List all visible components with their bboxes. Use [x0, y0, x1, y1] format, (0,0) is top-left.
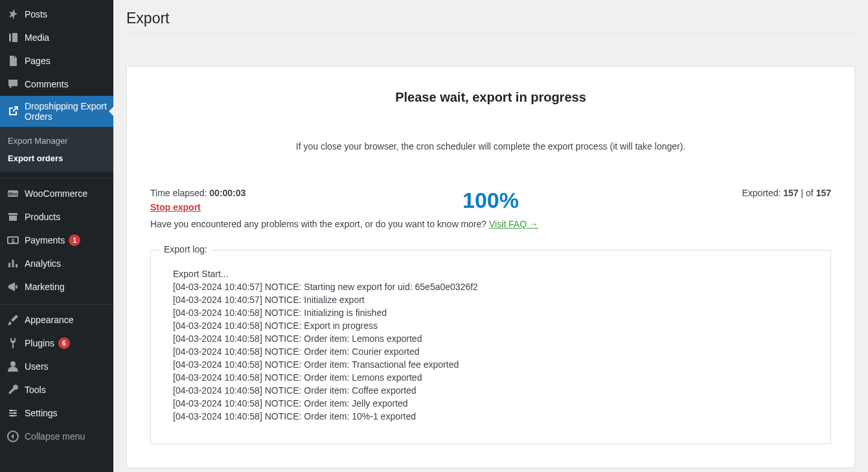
woo-icon: [6, 187, 19, 200]
sidebar-item-label: Posts: [25, 9, 47, 19]
sidebar-item-label: Plugins: [25, 338, 54, 348]
sidebar-item-payments[interactable]: Payments1: [0, 229, 113, 252]
wrench-icon: [6, 383, 19, 396]
exported-count: Exported: 157 | of 157: [491, 188, 832, 198]
external-icon: [6, 105, 19, 118]
sidebar-item-analytics[interactable]: Analytics: [0, 252, 113, 275]
pin-icon: [6, 8, 19, 21]
main-content: Export Please wait, export in progress I…: [113, 0, 868, 472]
log-line: [04-03-2024 10:40:58] NOTICE: Order item…: [173, 410, 808, 423]
export-log-box[interactable]: Export Start...[04-03-2024 10:40:57] NOT…: [163, 262, 819, 432]
collapse-icon: [6, 430, 19, 443]
time-elapsed-value: 00:00:03: [209, 188, 246, 198]
log-line: [04-03-2024 10:40:58] NOTICE: Order item…: [173, 332, 808, 345]
sidebar-item-marketing[interactable]: Marketing: [0, 275, 113, 298]
exported-label: Exported:: [742, 188, 783, 198]
sidebar-submenu: Export ManagerExport orders: [0, 127, 113, 172]
payments-icon: [6, 234, 19, 247]
sidebar-item-label: Dropshipping Export Orders: [25, 101, 108, 122]
export-log-legend: Export log:: [160, 244, 211, 254]
log-line: [04-03-2024 10:40:57] NOTICE: Starting n…: [173, 280, 808, 293]
sidebar-item-label: Appearance: [25, 315, 74, 325]
sidebar-item-products[interactable]: Products: [0, 205, 113, 229]
admin-sidebar: PostsMediaPagesCommentsDropshipping Expo…: [0, 0, 113, 472]
visit-faq-link[interactable]: Visit FAQ →: [489, 219, 538, 229]
faq-prefix: Have you encountered any problems with t…: [150, 219, 489, 229]
sidebar-item-tools[interactable]: Tools: [0, 378, 113, 401]
log-line: [04-03-2024 10:40:58] NOTICE: Order item…: [173, 345, 808, 358]
settings-icon: [6, 407, 19, 420]
close-browser-note: If you close your browser, the cron sche…: [150, 141, 831, 152]
comment-icon: [6, 78, 19, 91]
time-elapsed: Time elapsed: 00:00:03: [150, 188, 491, 198]
analytics-icon: [6, 257, 19, 270]
page-icon: [6, 54, 19, 67]
archive-icon: [6, 210, 19, 223]
sidebar-item-label: Pages: [25, 56, 51, 66]
log-line: [04-03-2024 10:40:58] NOTICE: Export in …: [173, 319, 808, 332]
sidebar-item-label: Analytics: [25, 258, 61, 269]
sidebar-item-dropshipping[interactable]: Dropshipping Export Orders: [0, 96, 113, 127]
megaphone-icon: [6, 280, 19, 293]
media-icon: [6, 31, 19, 44]
log-line: [04-03-2024 10:40:58] NOTICE: Order item…: [173, 384, 808, 397]
export-card: Please wait, export in progress If you c…: [126, 66, 855, 468]
sidebar-item-label: Media: [25, 32, 49, 43]
sidebar-subitem-export-orders[interactable]: Export orders: [0, 150, 113, 167]
log-line: Export Start...: [173, 267, 808, 280]
update-badge: 6: [58, 337, 70, 349]
sidebar-item-posts[interactable]: Posts: [0, 3, 113, 26]
sidebar-item-appearance[interactable]: Appearance: [0, 308, 113, 332]
sidebar-item-label: WooCommerce: [25, 188, 87, 199]
log-line: [04-03-2024 10:40:58] NOTICE: Order item…: [173, 358, 808, 371]
sidebar-item-label: Marketing: [25, 282, 64, 292]
log-line: [04-03-2024 10:40:58] NOTICE: Initializi…: [173, 306, 808, 319]
sidebar-item-media[interactable]: Media: [0, 26, 113, 49]
brush-icon: [6, 313, 19, 326]
sidebar-subitem-export-manager[interactable]: Export Manager: [0, 132, 113, 150]
page-title: Export: [126, 0, 855, 33]
time-elapsed-label: Time elapsed:: [150, 188, 209, 198]
menu-separator: [0, 302, 113, 305]
sidebar-item-comments[interactable]: Comments: [0, 73, 113, 96]
title-divider: [126, 33, 855, 34]
sidebar-item-label: Collapse menu: [25, 431, 85, 442]
progress-heading: Please wait, export in progress: [150, 90, 831, 105]
sidebar-item-label: Payments: [25, 235, 65, 245]
sidebar-item-label: Products: [25, 212, 60, 222]
log-line: [04-03-2024 10:40:58] NOTICE: Order item…: [173, 397, 808, 410]
stop-export-link[interactable]: Stop export: [150, 202, 201, 212]
progress-stats-row: Time elapsed: 00:00:03 100% Exported: 15…: [150, 188, 831, 198]
sidebar-item-label: Settings: [25, 408, 58, 418]
exported-count-value: 157: [783, 188, 798, 198]
exported-sep: | of: [799, 188, 816, 198]
menu-separator: [0, 175, 113, 179]
update-badge: 1: [69, 234, 80, 246]
log-line: [04-03-2024 10:40:58] NOTICE: Order item…: [173, 371, 808, 384]
plug-icon: [6, 337, 19, 350]
sidebar-item-woocommerce[interactable]: WooCommerce: [0, 182, 113, 205]
sidebar-item-collapse[interactable]: Collapse menu: [0, 425, 113, 448]
sidebar-item-label: Users: [25, 361, 49, 372]
exported-total-value: 157: [816, 188, 831, 198]
log-line: [04-03-2024 10:40:57] NOTICE: Initialize…: [173, 293, 808, 306]
user-icon: [6, 360, 19, 373]
sidebar-item-users[interactable]: Users: [0, 355, 113, 378]
sidebar-item-settings[interactable]: Settings: [0, 401, 113, 425]
sidebar-item-label: Comments: [25, 79, 69, 89]
export-log-fieldset: Export log: Export Start...[04-03-2024 1…: [150, 250, 831, 444]
sidebar-item-pages[interactable]: Pages: [0, 49, 113, 73]
sidebar-item-label: Tools: [25, 385, 46, 395]
faq-line: Have you encountered any problems with t…: [150, 219, 831, 229]
sidebar-item-plugins[interactable]: Plugins6: [0, 332, 113, 355]
